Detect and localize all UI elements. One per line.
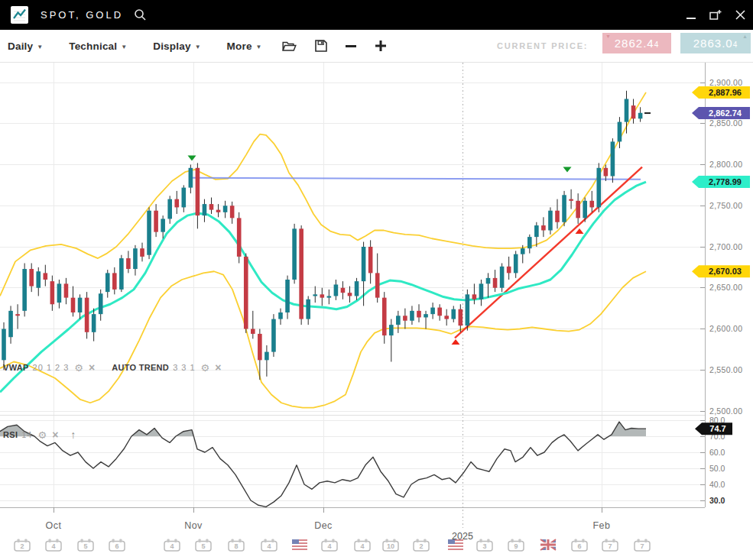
- calendar-event-icon[interactable]: 9: [508, 539, 524, 552]
- candle-down: [196, 168, 200, 215]
- calendar-event-icon[interactable]: 2: [414, 539, 429, 552]
- candle-up: [167, 199, 172, 219]
- candle-up: [223, 206, 228, 212]
- candle-up: [203, 204, 207, 215]
- candle-up: [119, 258, 124, 290]
- candle-up: [451, 309, 456, 319]
- candle-up: [292, 228, 297, 280]
- candle-down: [15, 314, 20, 316]
- flag-icon-gb[interactable]: [540, 539, 556, 550]
- open-layout-button[interactable]: [282, 40, 297, 52]
- autotrend-remove-icon[interactable]: ×: [215, 363, 221, 373]
- month-label: Dec: [314, 520, 333, 531]
- calendar-event-icon[interactable]: 5: [78, 539, 93, 552]
- menu-technical[interactable]: Technical ▼: [69, 40, 127, 52]
- price-badge: 2,862.74: [692, 107, 750, 119]
- calendar-event-icon[interactable]: 4: [355, 539, 370, 552]
- rsi-remove-icon[interactable]: ×: [52, 430, 58, 440]
- menu-more[interactable]: More ▼: [227, 40, 262, 52]
- calendar-event-icon[interactable]: 8: [229, 539, 244, 552]
- flag-icon-us[interactable]: [448, 539, 463, 550]
- candle-down: [71, 298, 76, 312]
- candle-up: [22, 269, 27, 311]
- calendar-event-icon[interactable]: 4: [322, 539, 337, 552]
- chevron-down-icon: ▼: [37, 42, 43, 50]
- calendar-event-icon[interactable]: 4: [46, 539, 61, 552]
- calendar-event-icon[interactable]: 4: [164, 539, 180, 552]
- price-axis-label: 2,650.00: [709, 283, 742, 292]
- chevron-down-icon: ▼: [121, 42, 127, 50]
- trading-app-window: { "titlebar": { "title": "SPOT, GOLD" },…: [0, 0, 753, 560]
- calendar-event-icon[interactable]: 6: [572, 539, 587, 552]
- flag-icon-us[interactable]: [292, 539, 307, 550]
- autotrend-indicator-label: AUTO TREND: [112, 363, 169, 372]
- candle-down: [576, 201, 580, 218]
- candle-down: [299, 228, 303, 319]
- calendar-ring: [18, 539, 20, 543]
- candle-down: [341, 288, 346, 293]
- us-flag-canton: [448, 539, 455, 544]
- candle-up: [334, 284, 339, 296]
- candle-up: [396, 316, 401, 325]
- price-axis-label: 2,850.00: [709, 118, 742, 128]
- candle-up: [389, 325, 394, 335]
- calendar-ring: [119, 539, 122, 543]
- autotrend-settings-gear-icon[interactable]: ⚙: [201, 363, 210, 373]
- popout-button[interactable]: [709, 8, 722, 22]
- calendar-ring: [511, 539, 514, 543]
- calendar-ring: [332, 539, 334, 543]
- menu-daily[interactable]: Daily ▼: [8, 40, 43, 52]
- window-title: SPOT, GOLD: [41, 9, 123, 21]
- rsi-value-badge: 74.7: [695, 422, 732, 435]
- calendar-event-icon[interactable]: 3: [477, 539, 492, 552]
- minimize-button[interactable]: [684, 8, 698, 22]
- candle-up: [410, 311, 414, 321]
- calendar-event-icon[interactable]: 7: [635, 539, 650, 552]
- rsi-move-up-arrow-icon[interactable]: ↑: [70, 429, 76, 441]
- menu-technical-label: Technical: [69, 40, 117, 52]
- candle-up: [534, 225, 539, 237]
- rsi-axis-label: 50.0: [709, 464, 725, 473]
- candle-down: [216, 210, 221, 212]
- price-chart[interactable]: 2,900.002,850.002,800.002,750.002,700.00…: [0, 0, 753, 560]
- price-axis-label: 2,500.00: [709, 406, 742, 416]
- symbol-search-button[interactable]: [134, 8, 147, 21]
- candle-up: [362, 247, 366, 281]
- calendar-event-icon[interactable]: 6: [109, 539, 125, 552]
- calendar-event-icon[interactable]: 2: [15, 539, 30, 552]
- candle-down: [507, 267, 511, 274]
- zoom-in-button[interactable]: [375, 40, 387, 52]
- candle-up: [486, 278, 491, 284]
- price-axis-label: 2,600.00: [709, 324, 742, 333]
- rsi-indicator-label: RSI: [3, 430, 18, 439]
- bid-price-pip: 4: [654, 40, 660, 49]
- candle-up: [147, 211, 151, 255]
- calendar-ring: [206, 539, 208, 543]
- candle-up: [327, 296, 332, 298]
- candle-down: [230, 206, 235, 218]
- calendar-event-icon[interactable]: 4: [261, 539, 277, 552]
- rsi-settings-gear-icon[interactable]: ⚙: [38, 430, 47, 440]
- price-axis-label: 2,750.00: [709, 201, 742, 210]
- candle-down: [237, 218, 242, 257]
- calendar-ring: [81, 539, 83, 543]
- close-button[interactable]: [733, 8, 747, 22]
- candle-down: [320, 294, 325, 297]
- candle-up: [161, 218, 165, 231]
- save-layout-button[interactable]: [315, 40, 327, 52]
- calendar-day: 3: [482, 542, 486, 550]
- calendar-event-icon[interactable]: 7: [602, 539, 618, 552]
- calendar-event-icon[interactable]: 5: [196, 539, 211, 552]
- vwap-remove-icon[interactable]: ×: [89, 363, 95, 373]
- main-pane: [0, 91, 651, 408]
- menu-display[interactable]: Display ▼: [153, 40, 200, 52]
- calendar-event-icon[interactable]: 10: [383, 539, 398, 552]
- zoom-out-button[interactable]: [346, 45, 356, 47]
- rsi-value-badge-value: 74.7: [709, 424, 725, 433]
- plus-icon: [375, 40, 387, 52]
- vwap-settings-gear-icon[interactable]: ⚙: [74, 363, 83, 373]
- buy-signal-marker: [576, 228, 584, 234]
- ask-price-pip: 4: [733, 40, 738, 49]
- calendar-ring: [239, 539, 241, 543]
- candle-up: [265, 352, 269, 361]
